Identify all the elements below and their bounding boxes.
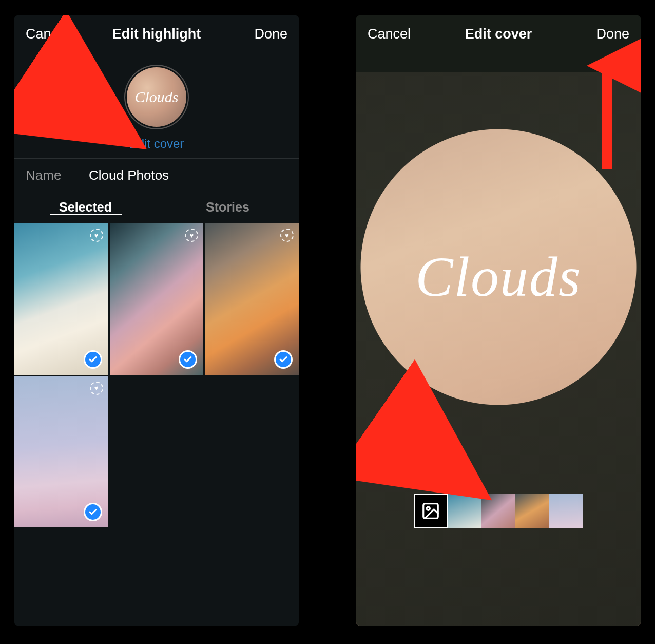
selected-checkmark-icon [274, 350, 293, 369]
image-icon [421, 501, 440, 521]
photo-thumbnail[interactable]: ♥ [14, 376, 108, 528]
edit-cover-link[interactable]: Edit cover [14, 137, 299, 151]
empty-cell [205, 376, 299, 528]
photo-thumbnail[interactable]: ♥ [14, 223, 108, 375]
cover-overlay-text: Clouds [415, 244, 582, 310]
cover-preview-thumbnail[interactable]: Clouds [125, 66, 188, 128]
done-button[interactable]: Done [596, 26, 629, 42]
photo-thumbnail[interactable]: ♥ [205, 223, 299, 375]
name-input[interactable]: Cloud Photos [85, 167, 287, 183]
favorite-icon: ♥ [90, 382, 103, 395]
cancel-button[interactable]: Cancel [26, 26, 69, 42]
cover-crop-area[interactable]: Clouds [356, 72, 641, 626]
cover-label: Clouds [134, 88, 178, 106]
tab-stories[interactable]: Stories [157, 200, 299, 215]
header-left: Cancel Edit highlight Done [14, 15, 299, 52]
thumbnail[interactable] [481, 494, 515, 528]
edit-highlight-screen: Cancel Edit highlight Done Clouds Edit c… [14, 15, 299, 626]
header-right: Cancel Edit cover Done [356, 15, 641, 52]
name-label: Name [26, 167, 85, 183]
gallery-picker-button[interactable] [414, 494, 448, 528]
photo-grid: ♥ ♥ ♥ ♥ [14, 222, 299, 527]
photo-thumbnail[interactable]: ♥ [110, 223, 204, 375]
done-button[interactable]: Done [254, 26, 287, 42]
tab-selected[interactable]: Selected [14, 200, 157, 215]
thumbnail-strip [356, 494, 641, 528]
svg-point-2 [427, 507, 430, 510]
tabs: Selected Stories [14, 192, 299, 222]
favorite-icon: ♥ [280, 229, 294, 242]
thumbnail[interactable] [448, 494, 481, 528]
edit-cover-screen: Cancel Edit cover Done Clouds [356, 15, 641, 626]
cover-section: Clouds Edit cover [14, 52, 299, 158]
cancel-button[interactable]: Cancel [368, 26, 411, 42]
circle-mask [356, 72, 641, 626]
selected-checkmark-icon [84, 503, 102, 521]
empty-cell [110, 376, 204, 528]
thumbnail[interactable] [549, 494, 583, 528]
thumbnail[interactable] [515, 494, 549, 528]
selected-checkmark-icon [84, 350, 102, 369]
favorite-icon: ♥ [185, 229, 198, 242]
favorite-icon: ♥ [90, 229, 103, 242]
selected-checkmark-icon [179, 350, 197, 369]
name-row: Name Cloud Photos [14, 159, 299, 192]
